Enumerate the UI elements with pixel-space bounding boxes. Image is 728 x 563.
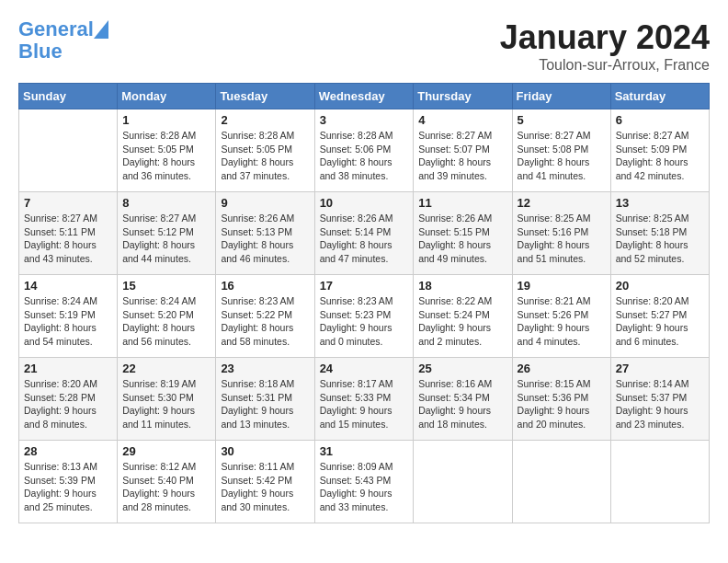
logo-line2: Blue (18, 40, 108, 63)
calendar-cell: 2Sunrise: 8:28 AM Sunset: 5:05 PM Daylig… (216, 109, 314, 192)
header: General Blue January 2024 Toulon-sur-Arr… (18, 18, 710, 74)
calendar-cell: 22Sunrise: 8:19 AM Sunset: 5:30 PM Dayli… (118, 358, 216, 441)
calendar-cell: 9Sunrise: 8:26 AM Sunset: 5:13 PM Daylig… (216, 192, 314, 275)
logo-text: General (18, 18, 94, 40)
calendar-cell: 15Sunrise: 8:24 AM Sunset: 5:20 PM Dayli… (118, 275, 216, 358)
day-number: 4 (418, 113, 506, 127)
calendar-cell: 24Sunrise: 8:17 AM Sunset: 5:33 PM Dayli… (314, 358, 414, 441)
day-info: Sunrise: 8:27 AM Sunset: 5:11 PM Dayligh… (24, 212, 112, 266)
day-number: 20 (616, 279, 704, 293)
calendar-cell (610, 441, 709, 523)
day-info: Sunrise: 8:26 AM Sunset: 5:15 PM Dayligh… (418, 212, 506, 266)
day-info: Sunrise: 8:28 AM Sunset: 5:05 PM Dayligh… (221, 129, 309, 183)
day-info: Sunrise: 8:27 AM Sunset: 5:07 PM Dayligh… (418, 129, 506, 183)
week-row-3: 14Sunrise: 8:24 AM Sunset: 5:19 PM Dayli… (19, 275, 710, 358)
calendar-cell: 27Sunrise: 8:14 AM Sunset: 5:37 PM Dayli… (610, 358, 709, 441)
week-row-2: 7Sunrise: 8:27 AM Sunset: 5:11 PM Daylig… (19, 192, 710, 275)
calendar-cell: 16Sunrise: 8:23 AM Sunset: 5:22 PM Dayli… (216, 275, 314, 358)
day-number: 10 (320, 196, 409, 210)
day-info: Sunrise: 8:21 AM Sunset: 5:26 PM Dayligh… (518, 294, 606, 349)
day-info: Sunrise: 8:28 AM Sunset: 5:06 PM Dayligh… (320, 129, 409, 183)
weekday-header-row: SundayMondayTuesdayWednesdayThursdayFrid… (19, 84, 710, 109)
day-number: 31 (320, 444, 409, 458)
day-info: Sunrise: 8:27 AM Sunset: 5:08 PM Dayligh… (518, 129, 606, 183)
day-info: Sunrise: 8:25 AM Sunset: 5:16 PM Dayligh… (518, 212, 606, 266)
day-info: Sunrise: 8:27 AM Sunset: 5:09 PM Dayligh… (616, 129, 704, 183)
calendar-cell: 28Sunrise: 8:13 AM Sunset: 5:39 PM Dayli… (19, 441, 118, 523)
day-info: Sunrise: 8:22 AM Sunset: 5:24 PM Dayligh… (418, 294, 506, 349)
day-number: 6 (616, 113, 704, 127)
day-info: Sunrise: 8:20 AM Sunset: 5:27 PM Dayligh… (616, 294, 704, 349)
day-number: 2 (221, 113, 309, 127)
day-number: 17 (320, 279, 409, 293)
calendar-cell: 14Sunrise: 8:24 AM Sunset: 5:19 PM Dayli… (19, 275, 118, 358)
logo-line1: General (18, 17, 94, 40)
calendar-cell: 17Sunrise: 8:23 AM Sunset: 5:23 PM Dayli… (314, 275, 414, 358)
calendar-table: SundayMondayTuesdayWednesdayThursdayFrid… (18, 83, 710, 523)
weekday-header-friday: Friday (512, 84, 610, 109)
location-title: Toulon-sur-Arroux, France (500, 57, 710, 74)
calendar-cell: 23Sunrise: 8:18 AM Sunset: 5:31 PM Dayli… (216, 358, 314, 441)
day-number: 24 (320, 362, 409, 375)
day-info: Sunrise: 8:23 AM Sunset: 5:22 PM Dayligh… (221, 294, 309, 349)
day-info: Sunrise: 8:28 AM Sunset: 5:05 PM Dayligh… (122, 129, 210, 183)
day-info: Sunrise: 8:12 AM Sunset: 5:40 PM Dayligh… (122, 460, 210, 514)
day-info: Sunrise: 8:11 AM Sunset: 5:42 PM Dayligh… (221, 460, 309, 514)
calendar-cell: 1Sunrise: 8:28 AM Sunset: 5:05 PM Daylig… (118, 109, 216, 192)
day-number: 30 (221, 444, 309, 458)
day-info: Sunrise: 8:25 AM Sunset: 5:18 PM Dayligh… (616, 212, 704, 266)
day-info: Sunrise: 8:23 AM Sunset: 5:23 PM Dayligh… (320, 294, 409, 349)
calendar-cell: 20Sunrise: 8:20 AM Sunset: 5:27 PM Dayli… (610, 275, 709, 358)
day-number: 3 (320, 113, 409, 127)
week-row-4: 21Sunrise: 8:20 AM Sunset: 5:28 PM Dayli… (19, 358, 710, 441)
calendar-cell: 10Sunrise: 8:26 AM Sunset: 5:14 PM Dayli… (314, 192, 414, 275)
weekday-header-wednesday: Wednesday (314, 84, 414, 109)
day-info: Sunrise: 8:09 AM Sunset: 5:43 PM Dayligh… (320, 460, 409, 514)
day-number: 11 (418, 196, 506, 210)
calendar-cell: 11Sunrise: 8:26 AM Sunset: 5:15 PM Dayli… (414, 192, 512, 275)
day-info: Sunrise: 8:26 AM Sunset: 5:13 PM Dayligh… (221, 212, 309, 266)
weekday-header-sunday: Sunday (19, 84, 118, 109)
calendar-cell: 5Sunrise: 8:27 AM Sunset: 5:08 PM Daylig… (512, 109, 610, 192)
day-number: 15 (122, 279, 210, 293)
day-number: 8 (122, 196, 210, 210)
weekday-header-tuesday: Tuesday (216, 84, 314, 109)
week-row-5: 28Sunrise: 8:13 AM Sunset: 5:39 PM Dayli… (19, 441, 710, 523)
day-number: 23 (221, 362, 309, 375)
weekday-header-saturday: Saturday (610, 84, 709, 109)
calendar-cell: 31Sunrise: 8:09 AM Sunset: 5:43 PM Dayli… (314, 441, 414, 523)
day-info: Sunrise: 8:16 AM Sunset: 5:34 PM Dayligh… (418, 377, 506, 431)
calendar-cell: 7Sunrise: 8:27 AM Sunset: 5:11 PM Daylig… (19, 192, 118, 275)
logo: General Blue (18, 18, 108, 63)
calendar-cell: 21Sunrise: 8:20 AM Sunset: 5:28 PM Dayli… (19, 358, 118, 441)
day-number: 28 (24, 444, 112, 458)
day-number: 22 (122, 362, 210, 375)
day-info: Sunrise: 8:24 AM Sunset: 5:19 PM Dayligh… (24, 294, 112, 349)
day-number: 9 (221, 196, 309, 210)
day-number: 29 (122, 444, 210, 458)
day-number: 21 (24, 362, 112, 375)
day-number: 19 (518, 279, 606, 293)
calendar-cell: 18Sunrise: 8:22 AM Sunset: 5:24 PM Dayli… (414, 275, 512, 358)
svg-marker-0 (94, 20, 108, 39)
day-number: 18 (418, 279, 506, 293)
day-info: Sunrise: 8:18 AM Sunset: 5:31 PM Dayligh… (221, 377, 309, 431)
day-info: Sunrise: 8:15 AM Sunset: 5:36 PM Dayligh… (518, 377, 606, 431)
calendar-cell: 25Sunrise: 8:16 AM Sunset: 5:34 PM Dayli… (414, 358, 512, 441)
day-info: Sunrise: 8:20 AM Sunset: 5:28 PM Dayligh… (24, 377, 112, 431)
title-area: January 2024 Toulon-sur-Arroux, France (500, 18, 710, 74)
day-number: 14 (24, 279, 112, 293)
day-number: 1 (122, 113, 210, 127)
calendar-cell: 3Sunrise: 8:28 AM Sunset: 5:06 PM Daylig… (314, 109, 414, 192)
day-number: 7 (24, 196, 112, 210)
week-row-1: 1Sunrise: 8:28 AM Sunset: 5:05 PM Daylig… (19, 109, 710, 192)
calendar-cell: 29Sunrise: 8:12 AM Sunset: 5:40 PM Dayli… (118, 441, 216, 523)
calendar-cell: 13Sunrise: 8:25 AM Sunset: 5:18 PM Dayli… (610, 192, 709, 275)
calendar-cell: 6Sunrise: 8:27 AM Sunset: 5:09 PM Daylig… (610, 109, 709, 192)
weekday-header-monday: Monday (118, 84, 216, 109)
day-info: Sunrise: 8:26 AM Sunset: 5:14 PM Dayligh… (320, 212, 409, 266)
day-number: 12 (518, 196, 606, 210)
day-info: Sunrise: 8:14 AM Sunset: 5:37 PM Dayligh… (616, 377, 704, 431)
month-title: January 2024 (500, 18, 710, 57)
day-number: 5 (518, 113, 606, 127)
